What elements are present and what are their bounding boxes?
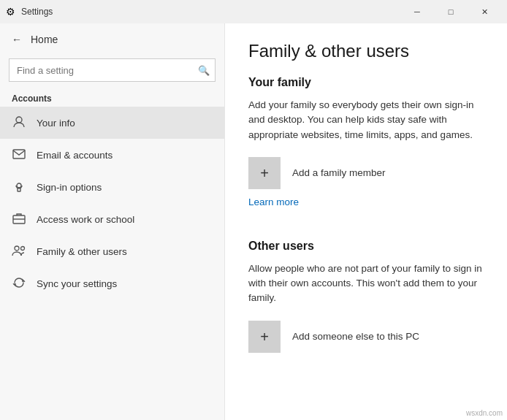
sidebar-item-label-email: Email & accounts	[37, 150, 113, 161]
sidebar-item-label-sync: Sync your settings	[37, 278, 117, 289]
sidebar-item-label-work: Access work or school	[37, 214, 134, 225]
svg-rect-1	[13, 150, 25, 159]
sidebar-item-family-users[interactable]: Family & other users	[0, 235, 224, 267]
your-family-section: Your family Add your family so everybody…	[248, 76, 484, 225]
search-box: 🔍	[9, 58, 216, 82]
your-info-icon	[12, 115, 26, 131]
add-family-label: Add a family member	[292, 167, 386, 178]
add-user-label: Add someone else to this PC	[292, 331, 419, 342]
svg-point-7	[21, 246, 25, 250]
other-users-section: Other users Allow people who are not par…	[248, 240, 484, 353]
titlebar-controls: ─ □ ✕	[400, 0, 501, 23]
close-button[interactable]: ✕	[468, 0, 501, 23]
svg-point-2	[17, 183, 21, 188]
plus-icon: +	[260, 166, 269, 180]
main-content: Family & other users Your family Add you…	[225, 23, 507, 420]
your-family-title: Your family	[248, 76, 484, 89]
page-title: Family & other users	[248, 41, 484, 61]
sidebar-item-label-signin: Sign-in options	[37, 182, 102, 193]
sidebar-item-label-your-info: Your info	[37, 118, 75, 129]
svg-point-0	[16, 117, 22, 123]
sidebar-item-sign-in[interactable]: Sign-in options	[0, 171, 224, 203]
sidebar-item-email-accounts[interactable]: Email & accounts	[0, 139, 224, 171]
sidebar: ← Home 🔍 Accounts Your info	[0, 23, 225, 420]
sidebar-item-sync[interactable]: Sync your settings	[0, 267, 224, 299]
sync-icon	[12, 276, 26, 291]
your-family-desc: Add your family so everybody gets their …	[248, 98, 484, 142]
add-user-button[interactable]: +	[248, 321, 281, 353]
settings-icon: ⚙	[6, 6, 15, 18]
titlebar-left: ⚙ Settings	[6, 6, 53, 18]
add-user-row: + Add someone else to this PC	[248, 321, 484, 353]
plus-icon-2: +	[260, 329, 269, 344]
add-family-row: + Add a family member	[248, 157, 484, 189]
other-users-desc: Allow people who are not part of your fa…	[248, 261, 484, 306]
add-family-button[interactable]: +	[248, 157, 281, 189]
family-users-icon	[12, 245, 26, 259]
titlebar-title: Settings	[21, 7, 53, 17]
sign-in-icon	[12, 180, 26, 195]
email-accounts-icon	[12, 149, 26, 161]
work-school-icon	[12, 213, 26, 226]
app-body: ← Home 🔍 Accounts Your info	[0, 23, 507, 420]
sidebar-back-button[interactable]: ← Home	[0, 23, 224, 56]
back-arrow-icon: ←	[12, 34, 22, 45]
title-bar: ⚙ Settings ─ □ ✕	[0, 0, 507, 23]
minimize-button[interactable]: ─	[400, 0, 434, 23]
search-icon: 🔍	[198, 65, 210, 76]
sidebar-item-work-school[interactable]: Access work or school	[0, 203, 224, 235]
svg-point-6	[15, 246, 19, 251]
sidebar-item-your-info[interactable]: Your info	[0, 107, 224, 139]
sidebar-item-label-family: Family & other users	[37, 246, 127, 257]
learn-more-link[interactable]: Learn more	[248, 196, 299, 207]
other-users-title: Other users	[248, 240, 484, 253]
sidebar-back-label: Home	[31, 34, 58, 45]
restore-button[interactable]: □	[434, 0, 468, 23]
search-input[interactable]	[9, 58, 216, 82]
sidebar-section-label: Accounts	[0, 88, 224, 107]
